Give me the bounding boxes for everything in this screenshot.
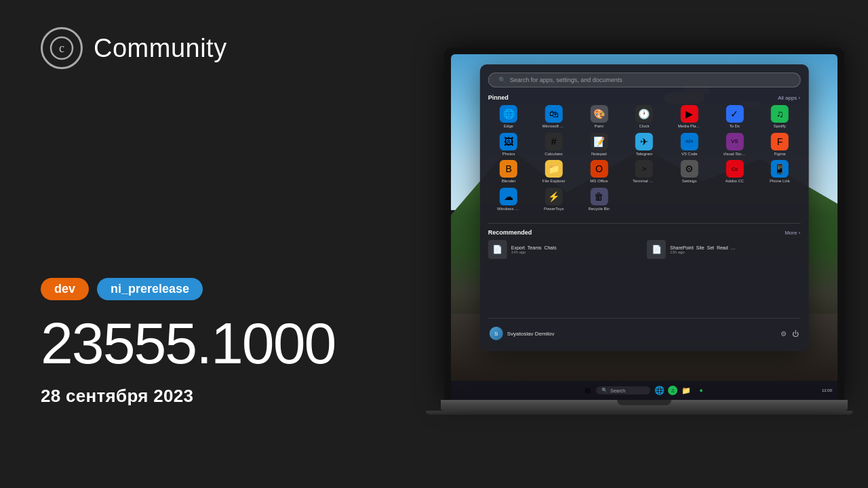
calc-label: Calculator xyxy=(545,152,563,157)
media-player-icon: ▶ xyxy=(681,105,698,123)
clock-label: Clock xyxy=(639,124,649,129)
app-calc[interactable]: # Calculator xyxy=(533,133,574,157)
user-info: S Svyatoslav Demilov xyxy=(490,327,555,340)
edge-icon: 🌐 xyxy=(500,105,517,123)
figma-icon: F xyxy=(771,133,789,150)
edge-label: Edge xyxy=(504,124,513,129)
calc-icon: # xyxy=(545,133,563,150)
notepad-label: Notepad xyxy=(591,152,607,157)
app-figma[interactable]: F Figma xyxy=(760,133,801,157)
rec-name-2: SharePoint_Site_Set_Read_Only_All xyxy=(670,245,738,250)
app-notepad[interactable]: 📝 Notepad xyxy=(578,133,620,157)
user-avatar: S xyxy=(490,327,503,340)
recommended-label: Recommended xyxy=(488,229,532,236)
settings-label: Settings xyxy=(682,179,697,184)
start-button[interactable]: ⊞ xyxy=(581,384,593,396)
app-telegram[interactable]: ✈ Telegram xyxy=(624,133,665,157)
w365-icon: ☁ xyxy=(500,188,517,205)
divider-1 xyxy=(488,223,801,224)
more-link[interactable]: More › xyxy=(785,230,800,236)
logo-area: c Community xyxy=(41,27,393,69)
rec-text-2: SharePoint_Site_Set_Read_Only_All 13h ag… xyxy=(670,245,738,254)
recommended-section: Recommended More › 📄 Export_Teams_Chats … xyxy=(488,229,801,312)
taskbar-search-icon: 🔍 xyxy=(601,388,608,393)
settings-action-icon[interactable]: ⚙ xyxy=(781,330,787,338)
app-recycle[interactable]: 🗑 Recycle Bin xyxy=(578,188,620,211)
photos-label: Photos xyxy=(502,152,515,157)
app-photos[interactable]: 🖼 Photos xyxy=(488,133,530,157)
taskbar-icon-2[interactable]: ♫ xyxy=(668,386,677,395)
left-panel: c Community dev ni_prerelease 23555.1000… xyxy=(0,0,434,488)
recycle-icon: 🗑 xyxy=(590,188,608,205)
app-todo[interactable]: ✓ To Do xyxy=(714,105,755,129)
app-w365[interactable]: ☁ Windows 365 xyxy=(488,188,530,211)
ms-store-label: Microsoft Store xyxy=(542,124,566,129)
laptop-screen-inner: 🔍 Search for apps, settings, and documen… xyxy=(451,54,837,400)
taskbar-icon-3[interactable]: 📁 xyxy=(680,384,692,396)
adobe-label: Adobe CC xyxy=(725,179,744,184)
terminal-icon: > xyxy=(635,160,653,178)
app-settings[interactable]: ⚙ Settings xyxy=(669,160,710,184)
rec-item-2[interactable]: 📄 SharePoint_Site_Set_Read_Only_All 13h … xyxy=(647,240,800,259)
visual-studio-icon: VS xyxy=(726,133,743,150)
app-powertoys[interactable]: ⚡ PowerToys xyxy=(533,188,574,211)
paint-icon: 🎨 xyxy=(590,105,608,123)
taskbar-search[interactable]: 🔍 Search xyxy=(596,386,650,394)
app-clock[interactable]: 🕐 Clock xyxy=(624,105,665,129)
recommended-grid: 📄 Export_Teams_Chats 14h ago 📄 SharePoin… xyxy=(488,240,801,259)
all-apps-link[interactable]: All apps › xyxy=(778,95,800,101)
recycle-label: Recycle Bin xyxy=(589,207,610,211)
search-bar-icon: 🔍 xyxy=(498,77,506,83)
app-spotify[interactable]: ♫ Spotify xyxy=(760,105,801,129)
badges-container: dev ni_prerelease xyxy=(41,278,393,300)
pinned-grid: 🌐 Edge 🛍 Microsoft Store 🎨 Paint 🕐 xyxy=(488,105,801,211)
rec-time-2: 13h ago xyxy=(670,250,738,254)
app-blender[interactable]: B Blender xyxy=(488,160,530,184)
rec-item-1[interactable]: 📄 Export_Teams_Chats 14h ago xyxy=(488,240,642,259)
explorer-icon: 📁 xyxy=(545,160,563,178)
divider-2 xyxy=(488,318,801,319)
app-terminal[interactable]: > Terminal Preview xyxy=(624,160,665,184)
pinned-header: Pinned All apps › xyxy=(488,94,801,101)
laptop-notch xyxy=(617,400,671,405)
app-explorer[interactable]: 📁 File Explorer xyxy=(533,160,574,184)
app-adobe[interactable]: Cc Adobe CC xyxy=(714,160,755,184)
spotify-label: Spotify xyxy=(774,124,786,129)
user-name: Svyatoslav Demilov xyxy=(507,331,555,337)
app-media-player[interactable]: ▶ Media Player xyxy=(669,105,710,129)
power-action-icon[interactable]: ⏻ xyxy=(792,330,799,338)
todo-icon: ✓ xyxy=(726,105,743,123)
app-ms-store[interactable]: 🛍 Microsoft Store xyxy=(533,105,574,129)
rec-time-1: 14h ago xyxy=(511,250,557,254)
app-visual-studio[interactable]: VS Visual Studio xyxy=(714,133,755,157)
vscode-icon: </> xyxy=(681,133,698,150)
taskbar-center: ⊞ 🔍 Search 🌐 ♫ 📁 ● xyxy=(581,384,707,396)
app-edge[interactable]: 🌐 Edge xyxy=(488,105,530,129)
phone-link-icon: 📱 xyxy=(771,160,789,178)
taskbar-edge[interactable]: 🌐 xyxy=(653,384,665,396)
svg-text:c: c xyxy=(59,41,64,55)
user-bar: S Svyatoslav Demilov ⚙ ⏻ xyxy=(488,324,801,343)
laptop-base-bottom xyxy=(426,411,853,415)
blender-label: Blender xyxy=(502,179,516,184)
figma-label: Figma xyxy=(774,152,786,157)
app-phone-link[interactable]: 📱 Phone Link xyxy=(760,160,801,184)
laptop-screen-outer: 🔍 Search for apps, settings, and documen… xyxy=(444,47,844,400)
laptop-base xyxy=(441,400,848,411)
laptop-mockup: 🔍 Search for apps, settings, and documen… xyxy=(441,47,848,441)
telegram-label: Telegram xyxy=(636,152,653,157)
recommended-header: Recommended More › xyxy=(488,229,801,236)
powertoys-label: PowerToys xyxy=(544,207,564,211)
app-msoffice[interactable]: O MS Office xyxy=(578,160,620,184)
taskbar-icon-4[interactable]: ● xyxy=(695,384,707,396)
taskbar-right: 12:00 xyxy=(822,388,832,392)
app-vscode[interactable]: </> VS Code xyxy=(669,133,710,157)
app-paint[interactable]: 🎨 Paint xyxy=(578,105,620,129)
logo-text: Community xyxy=(94,34,227,63)
ms-store-icon: 🛍 xyxy=(545,105,563,123)
photos-icon: 🖼 xyxy=(500,133,517,150)
rec-text-1: Export_Teams_Chats 14h ago xyxy=(511,245,557,254)
search-bar[interactable]: 🔍 Search for apps, settings, and documen… xyxy=(488,73,801,87)
vscode-label: VS Code xyxy=(682,152,698,157)
content-area: dev ni_prerelease 23555.1000 28 сентября… xyxy=(41,278,393,407)
